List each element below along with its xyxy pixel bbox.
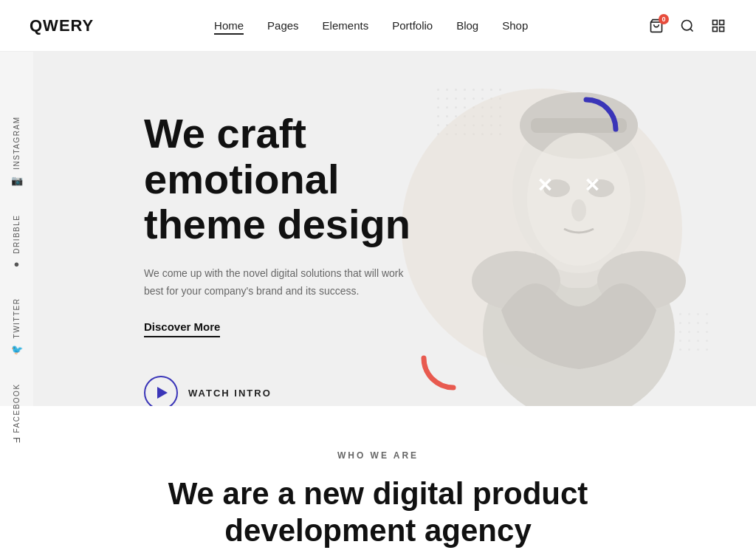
- svg-point-1: [682, 20, 692, 30]
- x-mark-left: ✕: [537, 176, 553, 195]
- nav-blog[interactable]: Blog: [456, 19, 478, 32]
- play-button-circle[interactable]: [144, 376, 178, 406]
- social-twitter[interactable]: 🐦 Twitter: [11, 298, 22, 356]
- facebook-icon: f: [11, 437, 22, 444]
- watch-intro-button[interactable]: WATCH INTRO: [144, 376, 417, 406]
- social-instagram-label: Instagram: [13, 117, 21, 170]
- social-facebook[interactable]: f Facebook: [11, 383, 22, 444]
- header-actions: 0: [648, 18, 726, 34]
- play-triangle-icon: [157, 387, 168, 399]
- who-we-are-title: We are a new digital product development…: [157, 475, 599, 550]
- svg-line-2: [690, 28, 693, 31]
- who-we-are-section: WHO WE ARE We are a new digital product …: [0, 406, 756, 550]
- social-instagram[interactable]: 📷 Instagram: [11, 117, 22, 188]
- hero-title: We craft emotional theme design: [144, 111, 417, 247]
- svg-rect-4: [720, 20, 724, 24]
- sidebar-social: 📷 Instagram ● Dribble 🐦 Twitter f Facebo…: [0, 103, 33, 458]
- x-mark-right: ✕: [584, 176, 600, 195]
- cart-icon[interactable]: 0: [648, 18, 664, 34]
- header: QWERY Home Pages Elements Portfolio Blog…: [0, 0, 756, 52]
- watch-intro-label: WATCH INTRO: [188, 388, 272, 399]
- nav-portfolio[interactable]: Portfolio: [392, 19, 433, 32]
- logo[interactable]: QWERY: [30, 16, 94, 35]
- hero-content: We craft emotional theme design We come …: [33, 52, 417, 406]
- grid-icon[interactable]: [710, 18, 726, 34]
- twitter-icon: 🐦: [11, 343, 22, 357]
- instagram-icon: 📷: [11, 175, 22, 188]
- nav-home[interactable]: Home: [214, 19, 244, 32]
- hero-section: document.write(Array(48).fill('<div clas…: [33, 52, 756, 406]
- main-nav: Home Pages Elements Portfolio Blog Shop: [214, 19, 528, 32]
- svg-rect-5: [713, 27, 718, 31]
- discover-more-link[interactable]: Discover More: [144, 320, 220, 337]
- social-twitter-label: Twitter: [13, 298, 21, 339]
- svg-rect-6: [720, 27, 724, 31]
- social-facebook-label: Facebook: [13, 383, 21, 433]
- svg-point-15: [571, 199, 586, 221]
- svg-rect-3: [713, 20, 718, 24]
- nav-pages[interactable]: Pages: [267, 19, 299, 32]
- social-dribble-label: Dribble: [13, 215, 21, 254]
- who-we-are-section-label: WHO WE ARE: [30, 450, 726, 461]
- dribble-icon: ●: [11, 258, 22, 271]
- nav-shop[interactable]: Shop: [502, 19, 528, 32]
- cart-badge: 0: [659, 14, 669, 24]
- hero-description: We come up with the novel digital soluti…: [144, 265, 410, 300]
- nav-elements[interactable]: Elements: [323, 19, 369, 32]
- red-arc-decoration: [420, 325, 487, 391]
- blue-arc-decoration: [553, 96, 619, 162]
- social-dribble[interactable]: ● Dribble: [11, 215, 22, 271]
- search-icon[interactable]: [679, 18, 695, 34]
